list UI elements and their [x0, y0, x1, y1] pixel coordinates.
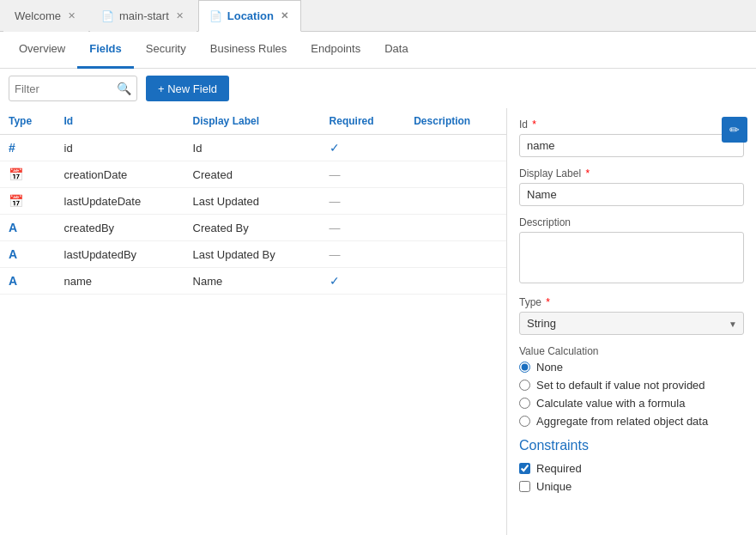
sub-nav-security[interactable]: Security — [134, 32, 198, 69]
type-label: Type * — [519, 296, 744, 308]
radio-default-input[interactable] — [519, 380, 530, 391]
detail-panel: ✏ Id * Display Label * Description Type … — [507, 108, 756, 535]
type-group: Type * String — [519, 296, 744, 335]
cell-description — [405, 161, 506, 188]
cell-required: — — [321, 161, 406, 188]
checkbox-unique-label: Unique — [536, 480, 572, 493]
required-dash: — — [330, 168, 341, 181]
required-dash: — — [330, 195, 341, 208]
type-select[interactable]: String — [519, 312, 744, 335]
cell-label: Last Updated By — [184, 241, 321, 268]
cell-required: — — [321, 188, 406, 215]
cell-label: Created By — [184, 215, 321, 241]
tab-welcome[interactable]: Welcome ✕ — [3, 0, 88, 32]
table-row[interactable]: A name Name ✓ — [0, 268, 506, 295]
edit-icon: ✏ — [729, 123, 740, 137]
toolbar: 🔍 + New Field — [0, 69, 756, 108]
radio-none-input[interactable] — [519, 362, 530, 373]
cell-type: # — [0, 135, 56, 161]
checkbox-unique: Unique — [519, 480, 744, 493]
cell-required: ✓ — [321, 268, 406, 295]
id-required-marker: * — [532, 119, 536, 131]
tab-welcome-label: Welcome — [15, 9, 61, 22]
tab-main-start-icon: 📄 — [101, 10, 114, 22]
tab-location[interactable]: 📄 Location ✕ — [198, 0, 301, 32]
table-row[interactable]: A lastUpdatedBy Last Updated By — — [0, 241, 506, 268]
radio-aggregate: Aggregate from related object data — [519, 415, 744, 428]
table-row[interactable]: 📅 lastUpdateDate Last Updated — — [0, 188, 506, 215]
display-label-group: Display Label * — [519, 167, 744, 206]
cell-id: id — [56, 135, 184, 161]
cell-label: Created — [184, 161, 321, 188]
checkbox-required-input[interactable] — [519, 463, 530, 474]
filter-wrap: 🔍 — [9, 76, 137, 101]
type-select-wrap: String — [519, 312, 744, 335]
cell-type: A — [0, 215, 56, 241]
radio-aggregate-input[interactable] — [519, 416, 530, 427]
sub-nav-overview[interactable]: Overview — [7, 32, 77, 69]
cell-type: A — [0, 241, 56, 268]
table-row[interactable]: A createdBy Created By — — [0, 215, 506, 241]
cell-description — [405, 268, 506, 295]
cell-label: Last Updated — [184, 188, 321, 215]
required-check: ✓ — [330, 274, 340, 288]
cell-description — [405, 188, 506, 215]
text-icon: A — [9, 221, 17, 234]
tab-main-start-label: main-start — [119, 9, 169, 22]
display-label-input[interactable] — [519, 183, 744, 206]
sub-nav-business-rules[interactable]: Business Rules — [198, 32, 299, 69]
edit-button[interactable]: ✏ — [722, 117, 747, 143]
sub-nav-endpoints[interactable]: Endpoints — [299, 32, 372, 69]
cell-type: 📅 — [0, 188, 56, 215]
radio-default-label: Set to default if value not provided — [536, 379, 705, 392]
cell-type: 📅 — [0, 161, 56, 188]
sub-nav: Overview Fields Security Business Rules … — [0, 32, 756, 69]
description-input[interactable] — [519, 232, 744, 283]
cell-id: lastUpdateDate — [56, 188, 184, 215]
id-field-group: Id * — [519, 119, 744, 157]
fields-table: Type Id Display Label Required Descripti… — [0, 108, 506, 295]
checkbox-required: Required — [519, 462, 744, 475]
table-row[interactable]: # id Id ✓ — [0, 135, 506, 161]
date-icon: 📅 — [9, 167, 23, 181]
filter-input[interactable] — [15, 82, 117, 95]
col-required: Required — [321, 108, 406, 135]
new-field-button[interactable]: + New Field — [146, 76, 229, 101]
radio-none: None — [519, 361, 744, 374]
cell-label: Id — [184, 135, 321, 161]
description-label: Description — [519, 216, 744, 228]
radio-none-label: None — [536, 361, 563, 374]
tab-welcome-close[interactable]: ✕ — [66, 10, 77, 21]
required-check: ✓ — [330, 141, 340, 155]
cell-description — [405, 135, 506, 161]
required-dash: — — [330, 248, 341, 261]
table-row[interactable]: 📅 creationDate Created — — [0, 161, 506, 188]
value-calculation-group: Value Calculation None Set to default if… — [519, 345, 744, 428]
radio-default: Set to default if value not provided — [519, 379, 744, 392]
display-label-label: Display Label * — [519, 167, 744, 179]
id-field-input[interactable] — [519, 134, 744, 157]
number-icon: # — [9, 141, 15, 155]
id-field-label: Id * — [519, 119, 744, 131]
sub-nav-data[interactable]: Data — [372, 32, 420, 69]
cell-required: ✓ — [321, 135, 406, 161]
col-description: Description — [405, 108, 506, 135]
constraints-title: Constraints — [519, 438, 744, 453]
date-icon: 📅 — [9, 194, 23, 208]
radio-formula: Calculate value with a formula — [519, 397, 744, 410]
value-calculation-label: Value Calculation — [519, 345, 744, 357]
cell-required: — — [321, 241, 406, 268]
radio-formula-input[interactable] — [519, 398, 530, 409]
display-label-required-marker: * — [585, 167, 590, 179]
sub-nav-fields[interactable]: Fields — [77, 32, 134, 69]
tab-bar: Welcome ✕ 📄 main-start ✕ 📄 Location ✕ — [0, 0, 756, 32]
search-icon: 🔍 — [117, 82, 131, 95]
type-required-marker: * — [546, 296, 550, 308]
tab-location-close[interactable]: ✕ — [279, 10, 290, 21]
cell-id: createdBy — [56, 215, 184, 241]
tab-main-start[interactable]: 📄 main-start ✕ — [90, 0, 197, 32]
col-id: Id — [56, 108, 184, 135]
checkbox-unique-input[interactable] — [519, 481, 530, 492]
cell-id: lastUpdatedBy — [56, 241, 184, 268]
tab-main-start-close[interactable]: ✕ — [174, 10, 185, 21]
